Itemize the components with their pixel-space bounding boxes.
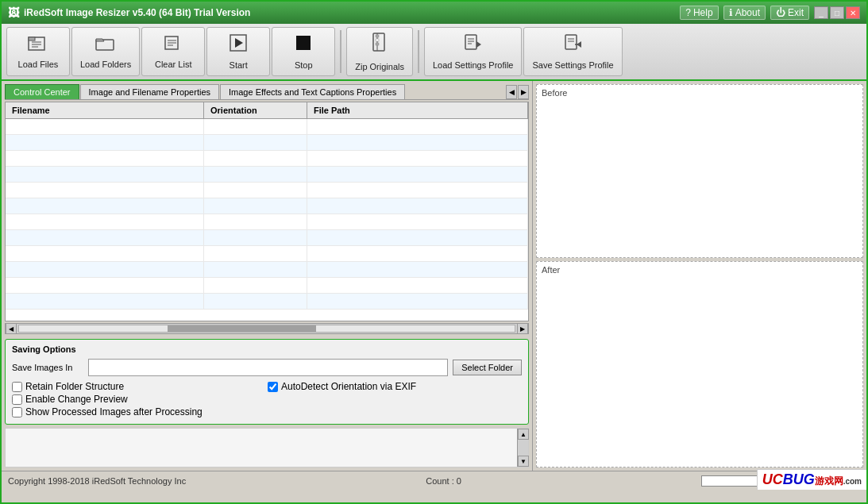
- toolbar: Load Files Load Folders Clear List: [2, 24, 866, 81]
- table-row: [6, 262, 528, 278]
- col-orientation: Orientation: [204, 102, 307, 118]
- start-button[interactable]: Start: [206, 27, 270, 76]
- tab-image-effects[interactable]: Image Effects and Text Captions Properti…: [220, 84, 405, 99]
- horizontal-scrollbar[interactable]: ◀ ▶: [5, 323, 529, 334]
- tab-scroll-right[interactable]: ▶: [518, 85, 529, 99]
- about-icon: ℹ: [729, 7, 733, 18]
- table-row: [6, 294, 528, 310]
- table-body[interactable]: [6, 119, 528, 321]
- retain-folder-row: Retain Folder Structure: [12, 381, 266, 392]
- table-row: [6, 278, 528, 294]
- svg-marker-11: [235, 38, 243, 48]
- copyright-text: Copyright 1998-2018 iRedSoft Technology …: [8, 476, 186, 486]
- scroll-track[interactable]: [18, 325, 515, 333]
- svg-rect-23: [565, 35, 577, 49]
- tab-image-filename[interactable]: Image and Filename Properties: [80, 84, 219, 99]
- saving-options-panel: Saving Options Save Images In Select Fol…: [5, 339, 529, 425]
- count-display: Count : 0: [426, 476, 461, 486]
- left-panel: Control Center Image and Filename Proper…: [2, 81, 533, 471]
- tab-scroll-left[interactable]: ◀: [506, 85, 517, 99]
- retain-folder-label: Retain Folder Structure: [25, 381, 124, 392]
- col-filename: Filename: [6, 102, 204, 118]
- watermark: UCBUG游戏网.com: [757, 469, 866, 490]
- main-content: Control Center Image and Filename Proper…: [2, 81, 866, 471]
- bug-text: BUG: [783, 471, 815, 487]
- table-row: [6, 151, 528, 167]
- tab-bar: Control Center Image and Filename Proper…: [5, 84, 529, 100]
- stop-icon: [294, 33, 313, 57]
- game-text: 游戏网: [815, 475, 843, 487]
- dotcom-text: .com: [843, 477, 862, 486]
- load-settings-icon: [464, 33, 483, 57]
- show-processed-checkbox[interactable]: [12, 407, 22, 417]
- save-in-label: Save Images In: [12, 363, 83, 372]
- options-grid: Retain Folder Structure Enable Change Pr…: [12, 379, 522, 419]
- log-scroll-up[interactable]: ▲: [518, 429, 529, 440]
- autodetect-checkbox[interactable]: [268, 382, 278, 392]
- exit-button[interactable]: ⏻ Exit: [770, 6, 809, 20]
- table-row: [6, 198, 528, 214]
- save-in-row: Save Images In Select Folder: [12, 359, 522, 376]
- table-row: [6, 183, 528, 198]
- log-area: ▲ ▼: [5, 428, 529, 467]
- autodetect-label: AutoDetect Orientation via EXIF: [281, 381, 416, 392]
- save-path-input[interactable]: [88, 359, 448, 376]
- minimize-button[interactable]: _: [814, 6, 828, 19]
- app-title: iRedSoft Image Resizer v5.40 (64 Bit) Tr…: [24, 7, 250, 18]
- save-settings-profile-button[interactable]: Save Settings Profile: [523, 27, 622, 76]
- svg-rect-15: [376, 35, 379, 37]
- svg-marker-22: [476, 41, 481, 48]
- svg-rect-12: [296, 36, 311, 50]
- log-scrollbar[interactable]: ▲ ▼: [517, 429, 528, 467]
- tab-control-center[interactable]: Control Center: [5, 84, 79, 99]
- before-label: Before: [542, 88, 567, 98]
- stop-button[interactable]: Stop: [272, 27, 335, 76]
- table-row: [6, 135, 528, 151]
- enable-change-checkbox[interactable]: [12, 394, 22, 405]
- load-files-icon: [27, 34, 49, 56]
- table-row: [6, 214, 528, 230]
- svg-rect-1: [29, 37, 35, 40]
- save-settings-icon: [564, 33, 583, 57]
- help-icon: ?: [685, 7, 691, 18]
- retain-folder-checkbox[interactable]: [12, 382, 22, 392]
- load-folders-icon: [95, 34, 117, 56]
- help-button[interactable]: ? Help: [680, 6, 718, 20]
- select-folder-button[interactable]: Select Folder: [453, 360, 522, 375]
- log-scroll-down[interactable]: ▼: [518, 456, 529, 467]
- table-row: [6, 246, 528, 262]
- scroll-right-btn[interactable]: ▶: [517, 323, 528, 334]
- before-preview: Before: [536, 84, 863, 258]
- load-folders-button[interactable]: Load Folders: [71, 27, 140, 76]
- svg-rect-16: [376, 39, 379, 41]
- after-label: After: [542, 265, 560, 275]
- right-panel: Before After: [533, 81, 866, 471]
- app-icon: 🖼: [8, 6, 19, 19]
- close-button[interactable]: ✕: [846, 6, 860, 19]
- table-row: [6, 167, 528, 183]
- load-settings-profile-button[interactable]: Load Settings Profile: [424, 27, 523, 76]
- table-header: Filename Orientation File Path: [6, 102, 528, 119]
- show-processed-row: Show Processed Images after Processing: [12, 406, 266, 417]
- enable-change-row: Enable Change Preview: [12, 394, 266, 405]
- scroll-left-btn[interactable]: ◀: [6, 323, 17, 334]
- maximize-button[interactable]: □: [830, 6, 844, 19]
- uc-text: UC: [762, 471, 783, 487]
- clear-list-icon: [162, 34, 184, 56]
- table-row: [6, 230, 528, 246]
- after-preview: After: [536, 261, 863, 467]
- saving-options-title: Saving Options: [12, 344, 522, 354]
- col-filepath: File Path: [307, 102, 528, 118]
- title-bar: 🖼 iRedSoft Image Resizer v5.40 (64 Bit) …: [2, 2, 866, 24]
- power-icon: ⏻: [776, 7, 785, 18]
- enable-change-label: Enable Change Preview: [25, 394, 128, 405]
- about-button[interactable]: ℹ About: [723, 6, 766, 20]
- scroll-thumb[interactable]: [168, 325, 316, 332]
- file-table: Filename Orientation File Path: [5, 102, 529, 321]
- load-files-button[interactable]: Load Files: [6, 27, 70, 76]
- zip-icon: [370, 32, 389, 59]
- show-processed-label: Show Processed Images after Processing: [25, 406, 203, 417]
- zip-originals-button[interactable]: Zip Originals: [346, 27, 413, 76]
- clear-list-button[interactable]: Clear List: [141, 27, 205, 76]
- svg-rect-18: [465, 35, 476, 49]
